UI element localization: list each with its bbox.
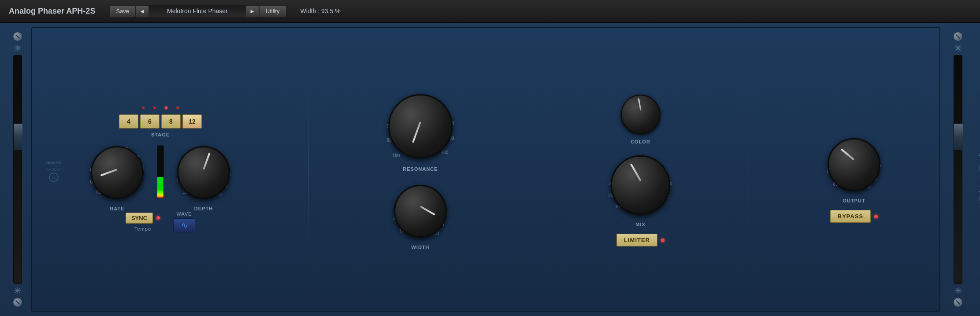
- output-label: OUTPUT: [843, 198, 865, 203]
- mix-controls: COLOR 00 10 20 30 40 50 60: [606, 92, 675, 246]
- level-bar: [157, 177, 163, 198]
- wave-label: WAVE: [176, 211, 192, 217]
- mix-scale: 00 10 20 30 40 50 60 70 80 90 100: [606, 151, 675, 219]
- depth-knob-container: 00 10 20 30 40 50 60 70 80 90: [173, 142, 234, 211]
- save-button[interactable]: Save: [109, 5, 136, 17]
- depth-scale: 00 10 20 30 40 50 60 70 80 90: [173, 142, 234, 203]
- divider-2: [532, 81, 532, 257]
- left-side-panel: ✳ ✳: [4, 27, 31, 312]
- limiter-row: LIMITER: [616, 234, 664, 246]
- right-fader-thumb[interactable]: [954, 124, 963, 150]
- output-pointer: [841, 148, 855, 160]
- mix-label: MIX: [635, 222, 646, 227]
- left-controls: 4 6 8 12 STAGE: [86, 107, 234, 232]
- stage-buttons: 4 6 8 12: [119, 114, 202, 129]
- rate-depth-row: 00 01 02 03 04 05 06 07 08 09: [86, 142, 234, 211]
- next-preset-button[interactable]: ►: [246, 5, 259, 17]
- stage-btn-8[interactable]: 8: [161, 114, 181, 129]
- width-knob-container: 00 10 20 30 40 50 60 70 80 90 100: [390, 180, 451, 250]
- limiter-button[interactable]: LIMITER: [616, 234, 657, 246]
- screw-top-left: [13, 32, 22, 41]
- depth-label: DEPTH: [194, 206, 213, 211]
- svg-text:N: N: [52, 176, 55, 180]
- sync-button[interactable]: SYNC: [126, 213, 153, 224]
- stage-btn-4[interactable]: 4: [119, 114, 138, 129]
- mix-knob-container: 00 10 20 30 40 50 60 70 80 90 100: [606, 151, 675, 227]
- stage-section: 4 6 8 12 STAGE: [119, 107, 202, 137]
- snowflake-icon-right-bottom: ✳: [954, 285, 962, 297]
- color-knob-container: COLOR: [619, 92, 663, 144]
- svg-text:100: 100: [441, 150, 449, 155]
- svg-text:NOMAD: NOMAD: [46, 161, 61, 165]
- output-controls: 10 09 08 07 06 05 04 03 02 01 00: [823, 116, 885, 223]
- depth-knob[interactable]: [177, 146, 230, 199]
- rate-pointer: [100, 169, 118, 176]
- sections-row: 4 6 8 12 STAGE: [41, 33, 931, 306]
- right-fader[interactable]: [954, 55, 962, 284]
- resonance-label: RESONANCE: [403, 166, 438, 172]
- svg-text:FACTORY: FACTORY: [47, 168, 61, 171]
- rate-scale: 00 01 02 03 04 05 06 07 08 09: [86, 142, 148, 203]
- center-controls: 100 80 60 40 20 ∞ 20 40 60 80 100: [383, 89, 458, 250]
- width-scale: 00 10 20 30 40 50 60 70 80 90 100: [390, 180, 451, 242]
- wave-button[interactable]: ∿: [173, 218, 195, 232]
- width-pointer: [420, 206, 435, 215]
- color-scale: [619, 92, 663, 136]
- preset-name-display: Melotron Flute Phaser: [149, 5, 246, 17]
- left-fader[interactable]: [13, 55, 22, 284]
- screw-bottom-left: [13, 298, 22, 307]
- bypass-button[interactable]: BYPASS: [830, 210, 871, 223]
- utility-button[interactable]: Utility: [259, 5, 286, 17]
- resonance-pointer: [412, 121, 421, 143]
- stage-led-1: [142, 107, 145, 109]
- screw-top-right: [953, 32, 963, 41]
- color-pointer: [638, 98, 641, 110]
- level-meter-container: [157, 145, 164, 198]
- output-scale: 10 09 08 07 06 05 04 03 02 01 00: [823, 134, 885, 195]
- stage-btn-6[interactable]: 6: [140, 114, 160, 129]
- mix-pointer: [630, 163, 641, 181]
- depth-pointer: [203, 153, 210, 170]
- resonance-knob-container: 100 80 60 40 20 ∞ 20 40 60 80 100: [383, 89, 458, 172]
- plugin-name: Analog Phaser APH-2S: [9, 7, 95, 16]
- mix-knob[interactable]: [611, 155, 670, 215]
- rate-label: RATE: [110, 206, 124, 211]
- stage-indicators: [142, 107, 179, 109]
- snowflake-icon-right-top: ✳: [954, 43, 962, 54]
- stage-label: STAGE: [151, 132, 170, 137]
- stage-btn-12[interactable]: 12: [182, 114, 202, 129]
- sync-wave-row: SYNC Tempo WAVE ∿: [126, 211, 195, 232]
- right-side-panel: ✳ ✳ Blue Tubes: [940, 27, 976, 312]
- output-knob[interactable]: [828, 138, 880, 191]
- width-ctrl-label: WIDTH: [411, 245, 429, 250]
- rate-knob[interactable]: [91, 146, 144, 199]
- prev-preset-button[interactable]: ◄: [136, 5, 149, 17]
- divider-3: [749, 81, 749, 257]
- snowflake-icon-left-top: ✳: [14, 43, 22, 54]
- bypass-led: [874, 215, 878, 218]
- left-fader-thumb[interactable]: [14, 124, 22, 150]
- snowflake-icon-left-bottom: ✳: [14, 285, 22, 297]
- sync-section: SYNC Tempo: [126, 213, 160, 231]
- main-content: ✳ ✳ NOMAD FACTORY N: [0, 23, 980, 316]
- level-meter: [157, 145, 164, 198]
- blue-tubes-text: Blue Tubes: [977, 137, 980, 202]
- limiter-led: [661, 239, 664, 242]
- resonance-knob[interactable]: [388, 94, 453, 158]
- width-ctrl-knob[interactable]: [394, 185, 447, 238]
- bypass-row: BYPASS: [830, 210, 878, 223]
- top-bar: Analog Phaser APH-2S Save ◄ Melotron Flu…: [0, 0, 980, 23]
- logo-svg: NOMAD FACTORY N: [43, 151, 65, 186]
- plugin-window: Analog Phaser APH-2S Save ◄ Melotron Flu…: [0, 0, 980, 316]
- svg-text:100: 100: [393, 153, 400, 158]
- divider-1: [308, 81, 309, 257]
- rate-knob-container: 00 01 02 03 04 05 06 07 08 09: [86, 142, 148, 211]
- width-display: Width : 93.5 %: [301, 7, 341, 15]
- tempo-label: Tempo: [134, 226, 151, 231]
- color-label: COLOR: [631, 139, 650, 144]
- sync-led: [156, 216, 160, 220]
- sync-row: SYNC: [126, 213, 160, 224]
- color-knob[interactable]: [621, 95, 661, 134]
- screw-bottom-right: [953, 298, 963, 307]
- stage-led-2: [153, 107, 156, 109]
